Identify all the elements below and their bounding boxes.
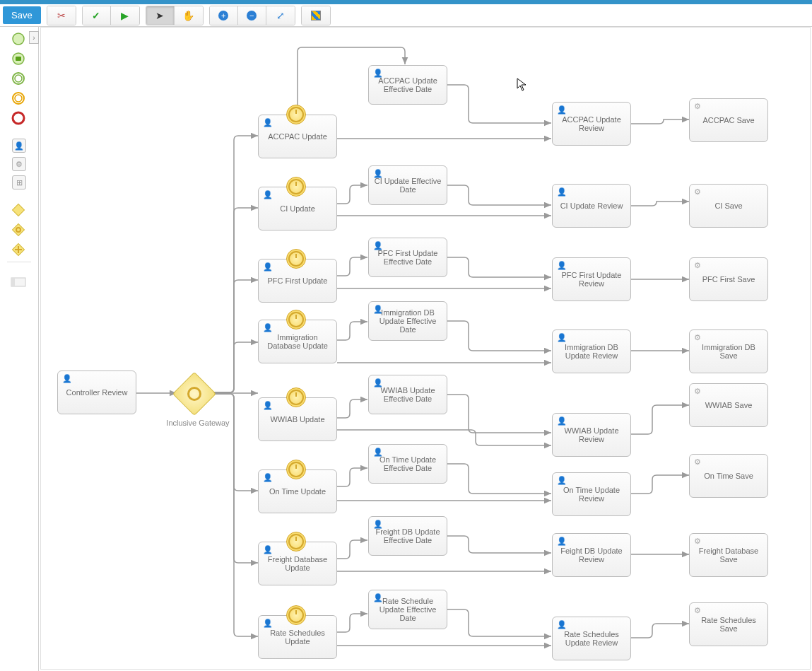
cut-button[interactable]: ✂: [47, 6, 76, 25]
task-label: Rate Schedules Update: [263, 629, 332, 646]
timer-accpac[interactable]: [286, 105, 306, 124]
user-icon: 👤: [14, 141, 24, 151]
user-icon: 👤: [263, 545, 273, 554]
minimap-button[interactable]: [302, 6, 330, 25]
task-label: ACCPAC Update: [268, 132, 327, 141]
timer-pfc[interactable]: [286, 249, 306, 269]
task-accpac-review[interactable]: 👤 ACCPAC Update Review: [552, 102, 631, 146]
task-imm-eff[interactable]: 👤 Immigration DB Update Effective Date: [368, 301, 447, 341]
task-label: PFC First Update: [268, 276, 328, 285]
diagram-canvas[interactable]: 👤 Controller Review Inclusive Gateway 👤 …: [39, 27, 812, 671]
task-imm-save[interactable]: ⚙ Immigration DB Save: [689, 329, 768, 373]
svg-rect-13: [11, 278, 15, 286]
task-wwiab-eff[interactable]: 👤 WWIAB Update Effective Date: [368, 375, 447, 414]
task-label: PFC First Update Review: [557, 271, 626, 288]
palette-sidebar: › 👤 ⚙ ⊞: [0, 27, 39, 671]
exclusive-gateway-tool[interactable]: [11, 202, 26, 218]
timer-wwiab[interactable]: [286, 387, 306, 407]
task-freight-eff[interactable]: 👤 Freight DB Update Effective Date: [368, 516, 447, 556]
timer-ci[interactable]: [286, 177, 306, 197]
pointer-icon: ➤: [155, 10, 164, 21]
task-wwiab-review[interactable]: 👤 WWIAB Update Review: [552, 413, 631, 457]
task-ontime-review[interactable]: 👤 On Time Update Review: [552, 472, 631, 516]
timer-event-tool[interactable]: [11, 91, 26, 106]
validate-button[interactable]: ✓: [83, 6, 111, 25]
parallel-gateway-tool[interactable]: [11, 242, 26, 257]
user-icon: 👤: [557, 537, 567, 546]
user-task-tool[interactable]: 👤: [12, 139, 26, 153]
svg-rect-9: [13, 224, 25, 236]
task-label: CI Update: [280, 204, 315, 213]
task-label: Immigration DB Update Review: [557, 343, 626, 360]
task-label: On Time Save: [704, 472, 753, 480]
timer-ontime[interactable]: [286, 460, 306, 479]
user-icon: 👤: [373, 520, 383, 529]
gear-icon: ⚙: [694, 333, 701, 342]
save-button[interactable]: Save: [3, 6, 41, 24]
mouse-cursor: [517, 78, 528, 95]
task-label: Freight Database Save: [694, 547, 763, 564]
svg-rect-8: [13, 204, 25, 216]
task-rate-review[interactable]: 👤 Rate Schedules Update Review: [552, 617, 631, 660]
task-label: Immigration DB Save: [694, 343, 763, 360]
subprocess-tool[interactable]: ⊞: [12, 175, 26, 189]
task-ontime-eff[interactable]: 👤 On Time Update Effective Date: [368, 444, 447, 484]
task-label: WWIAB Update Effective Date: [373, 386, 442, 403]
task-accpac-save[interactable]: ⚙ ACCPAC Save: [689, 98, 768, 142]
inclusive-gateway-tool[interactable]: [11, 222, 26, 238]
task-pfc-review[interactable]: 👤 PFC First Update Review: [552, 257, 631, 301]
gear-icon: ⚙: [694, 537, 701, 546]
task-accpac-eff[interactable]: 👤 ACCPAC Update Effective Date: [368, 65, 447, 105]
svg-point-4: [15, 75, 22, 82]
message-event-tool[interactable]: [11, 51, 26, 66]
task-label: Controller Review: [66, 388, 128, 397]
task-ci-review[interactable]: 👤 CI Update Review: [552, 184, 631, 228]
timer-imm[interactable]: [286, 310, 306, 329]
timer-freight[interactable]: [286, 532, 306, 552]
task-label: Rate Schedules Update Review: [557, 630, 626, 647]
task-label: Freight Database Update: [263, 555, 332, 572]
task-rate-save[interactable]: ⚙ Rate Schedules Save: [689, 602, 768, 646]
play-icon: ▶: [121, 10, 129, 21]
task-label: ACCPAC Update Effective Date: [373, 76, 442, 93]
task-label: WWIAB Save: [705, 401, 753, 409]
pool-tool[interactable]: [11, 274, 26, 290]
run-button[interactable]: ▶: [111, 6, 139, 25]
zoom-out-button[interactable]: −: [238, 6, 266, 25]
task-rate-eff[interactable]: 👤 Rate Schedule Update Effective Date: [368, 590, 447, 629]
collapse-palette[interactable]: ›: [29, 31, 39, 44]
timer-event-green-tool[interactable]: [11, 71, 26, 86]
task-ci-save[interactable]: ⚙ CI Save: [689, 184, 768, 228]
gear-icon: ⚙: [694, 457, 701, 467]
task-freight-save[interactable]: ⚙ Freight Database Save: [689, 533, 768, 577]
task-imm-review[interactable]: 👤 Immigration DB Update Review: [552, 329, 631, 373]
tool-group-edit: ✂: [47, 6, 76, 25]
zoom-fit-button[interactable]: ⤢: [266, 6, 295, 25]
task-controller-review[interactable]: 👤 Controller Review: [57, 370, 136, 414]
timer-rate[interactable]: [286, 605, 306, 625]
task-wwiab-save[interactable]: ⚙ WWIAB Save: [689, 383, 768, 427]
task-ontime-save[interactable]: ⚙ On Time Save: [689, 454, 768, 498]
user-icon: 👤: [263, 473, 273, 482]
expand-icon: ⤢: [276, 10, 285, 21]
task-label: Immigration DB Update Effective Date: [373, 308, 442, 334]
zoom-in-button[interactable]: +: [210, 6, 238, 25]
tool-group-misc: [301, 6, 331, 25]
user-icon: 👤: [557, 416, 567, 426]
end-event-tool[interactable]: [11, 110, 26, 126]
task-ci-eff[interactable]: 👤 CI Update Effective Date: [368, 165, 447, 205]
service-task-tool[interactable]: ⚙: [12, 157, 26, 171]
task-label: CI Save: [714, 202, 742, 210]
user-icon: 👤: [373, 69, 383, 78]
task-pfc-eff[interactable]: 👤 PFC First Update Effective Date: [368, 238, 447, 277]
pan-tool[interactable]: ✋: [175, 6, 203, 25]
start-event-tool[interactable]: [11, 31, 26, 47]
user-icon: 👤: [263, 323, 273, 332]
task-freight-review[interactable]: 👤 Feight DB Update Review: [552, 533, 631, 577]
user-icon: 👤: [557, 261, 567, 270]
task-label: PFC First Update Effective Date: [373, 249, 442, 266]
task-label: WWIAB Update Review: [557, 426, 626, 443]
select-tool[interactable]: ➤: [146, 6, 175, 25]
task-pfc-save[interactable]: ⚙ PFC First Save: [689, 257, 768, 301]
user-icon: 👤: [263, 118, 273, 127]
